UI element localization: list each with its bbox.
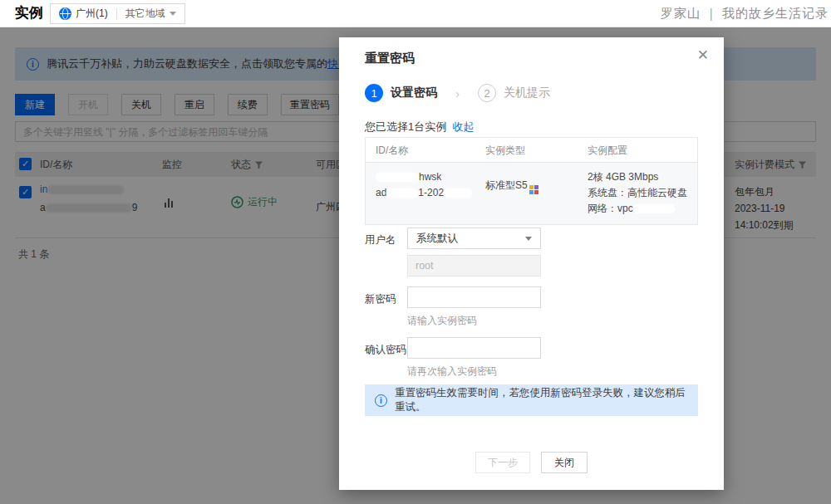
selected-instance-config: 2核 4GB 3Mbps 系统盘：高性能云硬盘 网络：vpc	[588, 169, 697, 217]
redaction	[376, 173, 419, 182]
console-page: 实例 广州(1) 其它地域 罗家山 ｜ 我的故乡生活记录 i 腾讯云千万补贴，力…	[0, 0, 831, 504]
instance-type-icon	[529, 185, 538, 194]
step-2-label: 关机提示	[504, 86, 550, 100]
confirm-password-label: 确认密码	[365, 343, 406, 357]
instance-name-fragment2: 1-202	[418, 187, 444, 198]
new-password-field-wrap	[407, 286, 541, 308]
col-instance-config: 实例配置	[588, 138, 697, 162]
username-select[interactable]: 系统默认	[407, 228, 541, 249]
watermark-text: 罗家山 ｜ 我的故乡生活记录	[661, 6, 829, 22]
collapse-link[interactable]: 收起	[452, 120, 474, 133]
close-button[interactable]: 关闭	[541, 452, 588, 473]
config-cpu-mem: 2核 4GB 3Mbps	[588, 169, 697, 185]
username-select-value: 系统默认	[416, 232, 458, 246]
selected-instance-id: hwsk ad1-202	[366, 169, 484, 217]
new-password-field[interactable]	[408, 287, 540, 307]
chevron-down-icon	[525, 237, 532, 241]
selected-table-header: ID/名称 实例类型 实例配置	[366, 138, 697, 163]
info-icon: i	[375, 394, 387, 407]
col-id-name: ID/名称	[366, 138, 484, 162]
divider	[116, 8, 117, 20]
selected-instance-type: 标准型S5	[484, 169, 588, 217]
redaction	[386, 188, 418, 198]
chevron-right-icon: ›	[455, 86, 460, 100]
other-regions-label: 其它地域	[125, 7, 165, 21]
redaction	[444, 188, 472, 198]
next-step-button: 下一步	[475, 452, 530, 473]
redaction	[633, 204, 675, 213]
selected-instances-table: ID/名称 实例类型 实例配置 hwsk ad1-202 标准型S5 2核 4G…	[365, 137, 698, 225]
selection-note: 您已选择1台实例收起	[365, 120, 474, 135]
globe-icon	[59, 7, 71, 20]
selected-instance-row: hwsk ad1-202 标准型S5 2核 4GB 3Mbps 系统盘：高性能云…	[366, 163, 697, 224]
confirm-password-hint: 请再次输入实例密码	[407, 365, 497, 379]
confirm-password-field[interactable]	[408, 338, 540, 358]
other-regions-dropdown[interactable]: 其它地域	[125, 7, 176, 21]
config-network-fragment: 网络：vpc	[588, 203, 633, 214]
region-label: 广州(1)	[76, 7, 108, 21]
region-selector: 广州(1) 其它地域	[50, 3, 185, 24]
instance-type-text: 标准型S5	[485, 179, 528, 191]
username-field	[408, 256, 540, 276]
reset-notice-text: 重置密码生效需要时间，若您使用新密码登录失败，建议您稍后重试。	[395, 386, 688, 414]
reset-notice-banner: i 重置密码生效需要时间，若您使用新密码登录失败，建议您稍后重试。	[365, 384, 698, 416]
top-bar: 实例 广州(1) 其它地域 罗家山 ｜ 我的故乡生活记录	[0, 0, 831, 27]
confirm-password-field-wrap	[407, 337, 541, 359]
current-region[interactable]: 广州(1)	[59, 7, 108, 21]
modal-title: 重置密码	[365, 51, 415, 66]
step-2-circle: 2	[478, 84, 496, 102]
username-label: 用户名	[365, 233, 396, 247]
reset-password-modal: 重置密码 ✕ 1 设置密码 › 2 关机提示 您已选择1台实例收起 ID/名称 …	[339, 37, 724, 490]
config-disk: 系统盘：高性能云硬盘	[588, 185, 697, 201]
new-password-hint: 请输入实例密码	[407, 314, 477, 328]
new-password-label: 新密码	[365, 292, 396, 306]
step-1-circle: 1	[365, 84, 383, 102]
col-instance-type: 实例类型	[484, 138, 588, 162]
selection-note-text: 您已选择1台实例	[365, 120, 446, 133]
modal-footer: 下一步 关闭	[339, 452, 724, 473]
instance-id-fragment: hwsk	[419, 171, 441, 183]
step-indicator: 1 设置密码 › 2 关机提示	[365, 84, 550, 102]
close-icon[interactable]: ✕	[697, 48, 709, 62]
page-title: 实例	[15, 0, 43, 27]
username-field-wrap	[407, 255, 541, 276]
step-1-label: 设置密码	[391, 86, 437, 100]
instance-name-fragment: ad	[376, 187, 386, 198]
chevron-down-icon	[170, 12, 176, 16]
